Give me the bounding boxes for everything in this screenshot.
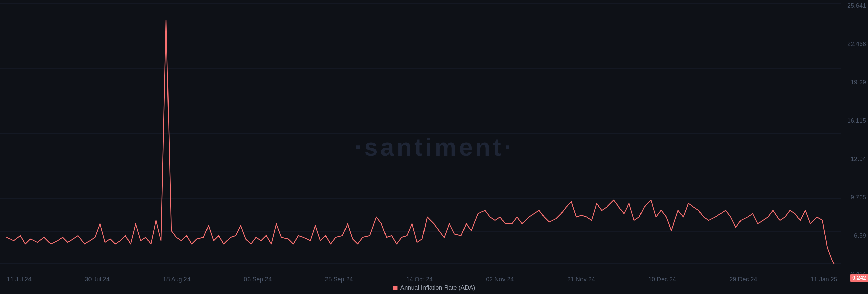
chart-line-svg [0,0,841,278]
current-value-badge: 0.242 [850,274,868,282]
y-label-4: 16.115 [841,118,866,124]
chart-line [7,20,834,264]
x-label-11: 11 Jan 25 [811,276,837,283]
y-label-7: 6.59 [841,233,866,239]
x-label-4: 06 Sep 24 [244,276,272,283]
y-label-6: 9.765 [841,194,866,200]
y-label-2: 22.466 [841,41,866,47]
x-label-7: 02 Nov 24 [486,276,514,283]
x-label-6: 14 Oct 24 [406,276,433,283]
y-label-5: 12.94 [841,156,866,162]
x-label-8: 21 Nov 24 [567,276,595,283]
y-label-3: 19.29 [841,79,866,85]
x-label-1: 11 Jul 24 [7,276,32,283]
y-label-1: 25.641 [841,3,866,9]
legend-color-swatch [393,286,397,290]
chart-legend: Annual Inflation Rate (ADA) [393,284,475,291]
chart-container: ·santiment· 25.641 22.466 19.29 16.115 1… [0,0,868,294]
x-label-9: 10 Dec 24 [648,276,676,283]
x-axis: 11 Jul 24 30 Jul 24 18 Aug 24 06 Sep 24 … [7,276,837,283]
legend-label-text: Annual Inflation Rate (ADA) [400,284,475,291]
y-axis: 25.641 22.466 19.29 16.115 12.94 9.765 6… [841,0,868,294]
x-label-5: 25 Sep 24 [325,276,353,283]
x-label-2: 30 Jul 24 [85,276,110,283]
x-label-3: 18 Aug 24 [163,276,191,283]
x-label-10: 29 Dec 24 [729,276,757,283]
